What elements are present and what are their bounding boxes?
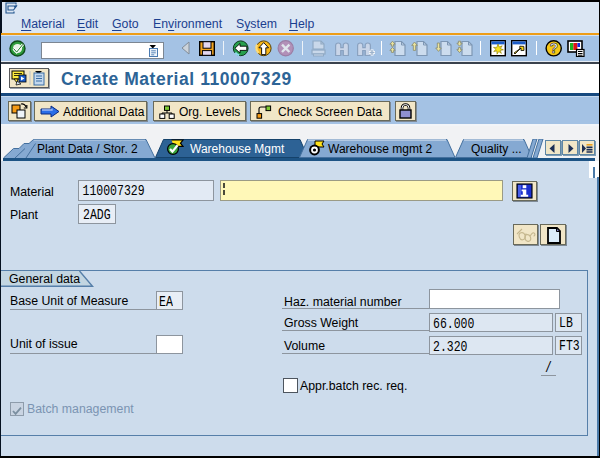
svg-text:?: ? bbox=[549, 40, 558, 56]
